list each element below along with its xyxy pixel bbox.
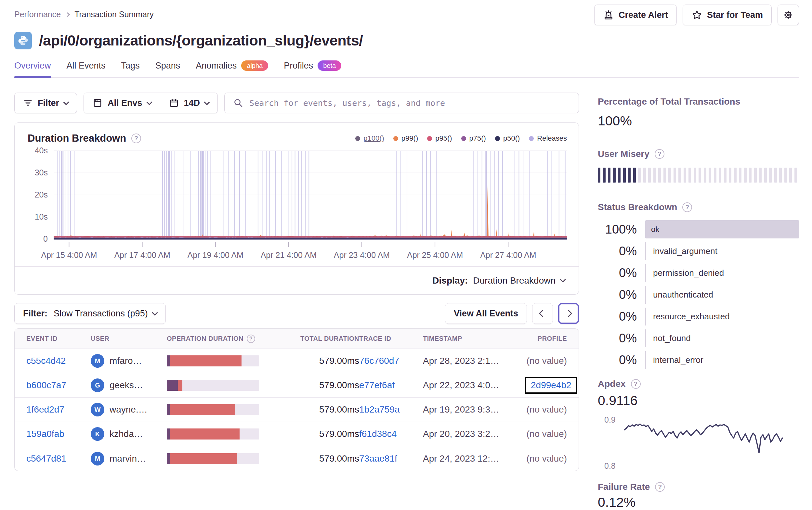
slow-transactions-filter-dropdown[interactable]: Filter: Slow Transactions (p95): [14, 303, 166, 324]
svg-text:Apr 21 4:00 AM: Apr 21 4:00 AM: [261, 250, 317, 260]
help-icon[interactable]: ?: [131, 133, 141, 143]
misery-bar-empty: [789, 168, 792, 183]
title-row: /api/0/organizations/{organization_slug}…: [14, 32, 799, 49]
legend-item-p99[interactable]: p99(): [393, 134, 418, 143]
total-duration-cell: 579.00ms: [281, 356, 359, 366]
tab-label: Spans: [155, 61, 180, 71]
help-icon[interactable]: ?: [682, 202, 692, 212]
view-all-events-button[interactable]: View All Events: [445, 303, 527, 324]
breadcrumb-performance[interactable]: Performance: [14, 10, 61, 19]
user-cell: Mmfaro…: [91, 354, 167, 368]
star-for-team-button[interactable]: Star for Team: [683, 4, 772, 25]
operation-duration-bar: [167, 380, 259, 391]
column-header-profile: PROFILE: [525, 335, 567, 342]
svg-text:40s: 40s: [35, 146, 48, 155]
siren-icon: [603, 9, 614, 21]
date-range-dropdown[interactable]: 14D: [160, 93, 218, 113]
help-icon[interactable]: ?: [247, 335, 255, 343]
svg-text:Apr 25 4:00 AM: Apr 25 4:00 AM: [407, 250, 463, 260]
chevron-down-icon: [63, 99, 69, 105]
timestamp-cell: Apr 22, 2023 4:0…: [423, 380, 525, 390]
event-id-link[interactable]: c55c4d42: [26, 356, 91, 366]
svg-text:Apr 19 4:00 AM: Apr 19 4:00 AM: [187, 250, 243, 260]
tab-profiles[interactable]: Profilesbeta: [284, 60, 341, 77]
tab-overview[interactable]: Overview: [14, 60, 51, 77]
legend-item-p95[interactable]: p95(): [427, 134, 452, 143]
apdex-heading: Apdex ?: [598, 379, 799, 389]
environments-icon: [92, 98, 103, 108]
settings-button[interactable]: [778, 4, 799, 25]
trace-id-link[interactable]: 73aae81f: [359, 453, 423, 464]
status-percent: 0%: [598, 288, 637, 302]
chevron-right-icon: [565, 310, 573, 318]
legend-label: p75(): [469, 134, 486, 143]
avatar: M: [91, 452, 104, 466]
legend-item-Releases[interactable]: Releases: [529, 134, 567, 143]
apdex-trend-chart: 0.90.8: [598, 412, 787, 469]
misery-bar-filled: [603, 168, 606, 183]
python-logo-icon: [14, 32, 32, 49]
help-icon[interactable]: ?: [655, 149, 664, 159]
legend-item-p100[interactable]: p100(): [355, 134, 384, 143]
legend-item-p75[interactable]: p75(): [461, 134, 486, 143]
header-actions: Create Alert Star for Team: [594, 4, 799, 25]
trace-id-link[interactable]: e77ef6af: [359, 380, 423, 390]
svg-text:Apr 17 4:00 AM: Apr 17 4:00 AM: [114, 250, 170, 260]
environment-dropdown[interactable]: All Envs: [84, 93, 160, 113]
tab-anomalies[interactable]: Anomaliesalpha: [196, 60, 268, 77]
filter-lines-icon: [23, 98, 33, 108]
duration-breakdown-title: Duration Breakdown ?: [28, 132, 141, 144]
create-alert-button[interactable]: Create Alert: [594, 4, 677, 25]
legend-dot: [427, 136, 432, 141]
gear-icon: [782, 9, 794, 21]
event-id-link[interactable]: c5647d81: [26, 453, 91, 464]
trace-id-link[interactable]: 1b2a759a: [359, 404, 423, 415]
tab-spans[interactable]: Spans: [155, 60, 180, 77]
trace-id-link[interactable]: f61d38c4: [359, 429, 423, 439]
tab-all-events[interactable]: All Events: [67, 60, 106, 77]
misery-bar-empty: [694, 168, 696, 183]
operation-duration-cell: [167, 404, 281, 415]
svg-text:20s: 20s: [35, 190, 48, 199]
misery-bar-filled: [608, 168, 610, 183]
filter-dropdown-label: Filter: [38, 98, 59, 108]
display-value-dropdown[interactable]: Duration Breakdown: [473, 275, 555, 286]
total-duration-cell: 579.00ms: [281, 380, 359, 390]
svg-text:Apr 15 4:00 AM: Apr 15 4:00 AM: [41, 250, 97, 260]
breadcrumb-current: Transaction Summary: [75, 10, 154, 19]
status-row-permission_denied: 0%permission_denied: [598, 264, 799, 282]
top-bar: Performance Transaction Summary Create A…: [14, 4, 799, 25]
bar-segment-db: [167, 404, 170, 415]
pagination: [532, 303, 579, 324]
misery-bar-empty: [724, 168, 726, 183]
duration-breakdown-chart[interactable]: 40s30s20s10s0Apr 15 4:00 AMApr 17 4:00 A…: [14, 146, 579, 266]
legend-label: p100(): [364, 134, 384, 143]
profile-cell: (no value): [525, 429, 567, 439]
status-label: internal_error: [645, 351, 799, 369]
search-input[interactable]: [249, 98, 570, 108]
profile-no-value: (no value): [526, 404, 567, 415]
misery-bar-empty: [714, 168, 717, 183]
legend-item-p50[interactable]: p50(): [495, 134, 520, 143]
profile-id-link[interactable]: 2d99e4b2: [531, 380, 572, 390]
event-id-link[interactable]: 159a0fab: [26, 429, 91, 439]
display-selector-row: Display: Duration Breakdown: [14, 266, 579, 294]
trace-id-link[interactable]: 76c760d7: [359, 356, 423, 366]
misery-bar-empty: [779, 168, 782, 183]
avatar: M: [91, 354, 104, 368]
help-icon[interactable]: ?: [655, 482, 665, 492]
event-id-link[interactable]: b600c7a7: [26, 380, 91, 390]
previous-page-button[interactable]: [532, 303, 553, 324]
filter-dropdown[interactable]: Filter: [14, 93, 77, 113]
legend-label: Releases: [537, 134, 567, 143]
misery-bar-empty: [658, 168, 661, 183]
total-transactions-value: 100%: [598, 113, 799, 129]
status-percent: 0%: [598, 309, 637, 324]
bar-segment-db: [167, 453, 170, 464]
timestamp-cell: Apr 28, 2023 2:1…: [423, 356, 525, 366]
event-id-link[interactable]: 1f6ed2d7: [26, 404, 91, 415]
tab-tags[interactable]: Tags: [121, 60, 140, 77]
transaction-summary-page: Performance Transaction Summary Create A…: [0, 0, 812, 510]
help-icon[interactable]: ?: [631, 379, 641, 389]
next-page-button[interactable]: [558, 303, 579, 324]
